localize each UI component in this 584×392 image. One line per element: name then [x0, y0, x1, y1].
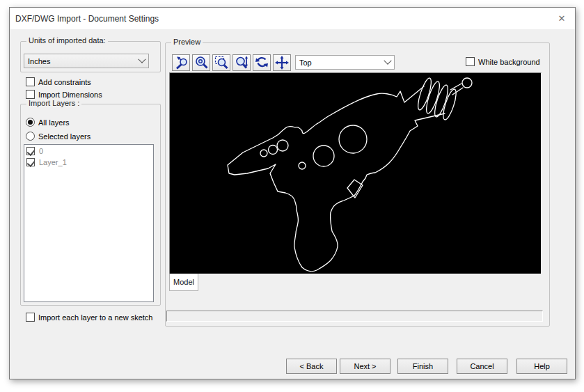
all-layers-radio[interactable]: All layers — [26, 118, 70, 127]
next-button-label: Next > — [354, 362, 376, 370]
raygun-drawing — [170, 73, 541, 274]
zoom-to-area-button[interactable] — [212, 54, 230, 71]
finish-button-label: Finish — [413, 362, 433, 370]
view-orientation-value: Top — [299, 58, 381, 67]
cancel-button[interactable]: Cancel — [457, 359, 507, 374]
preview-canvas[interactable] — [169, 72, 542, 274]
title-bar: DXF/DWG Import - Document Settings ✕ — [10, 8, 575, 29]
radio-circle — [26, 118, 35, 127]
zoom-to-selection-icon — [173, 55, 189, 70]
checkbox-box — [26, 313, 35, 322]
preview-toolbar — [172, 54, 291, 71]
checkbox-box — [26, 90, 35, 99]
import-layers-group-label: Import Layers : — [26, 99, 81, 107]
checkbox-box — [26, 77, 35, 86]
units-group-label: Units of imported data: — [26, 36, 108, 45]
progress-bar — [166, 311, 543, 322]
import-each-layer-label: Import each layer to a new sketch — [38, 313, 152, 322]
zoom-to-fit-icon — [194, 55, 209, 70]
layer-listbox[interactable]: 0 Layer_1 — [24, 144, 154, 302]
help-button-label: Help — [534, 362, 550, 370]
dxf-dwg-import-dialog: DXF/DWG Import - Document Settings ✕ Uni… — [9, 7, 576, 379]
list-item[interactable]: Layer_1 — [24, 157, 153, 168]
radio-circle — [26, 132, 35, 141]
white-background-checkbox[interactable]: White background — [466, 57, 540, 66]
list-item[interactable]: 0 — [24, 146, 153, 157]
pan-button[interactable] — [273, 54, 291, 71]
model-tab-label: Model — [173, 278, 194, 286]
back-button[interactable]: < Back — [286, 359, 337, 374]
all-layers-label: All layers — [38, 118, 70, 127]
add-constraints-checkbox[interactable]: Add constraints — [26, 77, 91, 86]
back-button-label: < Back — [300, 362, 324, 370]
pan-icon — [274, 55, 290, 70]
chevron-down-icon — [136, 54, 148, 68]
next-button[interactable]: Next > — [340, 359, 390, 374]
rotate-view-button[interactable] — [253, 54, 271, 71]
tab-model[interactable]: Model — [169, 274, 198, 291]
checkbox-box — [466, 57, 475, 66]
chevron-down-icon — [381, 56, 394, 69]
import-dimensions-label: Import Dimensions — [38, 91, 102, 99]
view-orientation-combobox[interactable]: Top — [295, 55, 395, 70]
zoom-to-area-icon — [214, 55, 229, 70]
layer-name: Layer_1 — [39, 158, 67, 166]
checked-checkbox-icon[interactable] — [26, 147, 35, 155]
selected-layers-radio[interactable]: Selected layers — [26, 132, 90, 141]
zoom-in-out-button[interactable] — [232, 54, 251, 71]
help-button[interactable]: Help — [516, 359, 567, 374]
preview-group-label: Preview — [171, 38, 203, 46]
finish-button[interactable]: Finish — [397, 359, 448, 374]
zoom-in-out-icon — [234, 55, 249, 70]
dialog-title: DXF/DWG Import - Document Settings — [15, 14, 159, 24]
checked-checkbox-icon[interactable] — [26, 158, 35, 166]
units-combobox-value: Inches — [28, 57, 136, 65]
close-icon[interactable]: ✕ — [553, 10, 571, 26]
import-dimensions-checkbox[interactable]: Import Dimensions — [26, 90, 102, 99]
selected-layers-label: Selected layers — [38, 132, 90, 141]
zoom-to-fit-button[interactable] — [192, 54, 210, 71]
rotate-view-icon — [254, 55, 269, 70]
cancel-button-label: Cancel — [470, 362, 494, 370]
add-constraints-label: Add constraints — [38, 78, 91, 86]
layer-name: 0 — [39, 147, 43, 155]
zoom-to-selection-button[interactable] — [172, 54, 190, 71]
import-each-layer-checkbox[interactable]: Import each layer to a new sketch — [26, 313, 152, 322]
units-combobox[interactable]: Inches — [24, 54, 149, 68]
white-background-label: White background — [478, 58, 540, 66]
